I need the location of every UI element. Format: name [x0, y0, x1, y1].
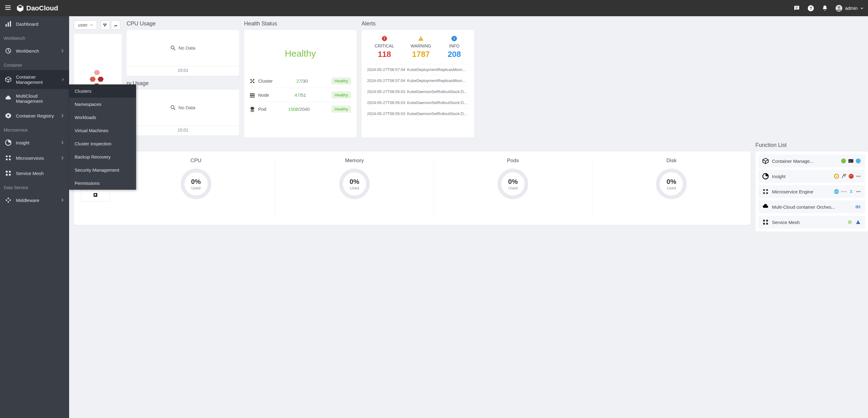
- function-title: Function List: [755, 142, 868, 148]
- brand-name: DaoCloud: [26, 4, 58, 12]
- more-icon[interactable]: •••: [856, 174, 861, 179]
- function-item-1[interactable]: Insight•••: [758, 170, 865, 183]
- registry-icon: [5, 112, 11, 119]
- flyout-item-virtual-machines[interactable]: Virtual Machines: [69, 124, 136, 137]
- health-card: Healthy Cluster27/30HealthyNode47/51Heal…: [244, 30, 356, 138]
- content: uster: [69, 16, 868, 418]
- middleware-icon: [5, 197, 11, 204]
- flyout-item-workloads[interactable]: Workloads: [69, 111, 136, 124]
- flyout-item-namespaces[interactable]: Namespaces: [69, 98, 136, 111]
- list-view-toggle[interactable]: [111, 21, 120, 30]
- cpu-card: No Data 15:01: [127, 30, 239, 76]
- sidebar-item-dashboard[interactable]: Dashboard: [0, 16, 69, 31]
- cpu-title: CPU Usage: [127, 21, 239, 27]
- cluster-select[interactable]: uster: [74, 21, 97, 30]
- resource-disk: Disk0%Used: [592, 157, 750, 219]
- svg-text:>_: >_: [849, 160, 852, 162]
- chevron-down-icon: [860, 6, 864, 10]
- gauge: 0%Used: [181, 169, 211, 199]
- svg-rect-79: [763, 220, 765, 221]
- hamburger-button[interactable]: [4, 4, 11, 12]
- chevron-right-icon: [61, 156, 64, 160]
- bell-icon[interactable]: [821, 5, 829, 12]
- svg-rect-23: [6, 174, 8, 176]
- microservices-icon: [5, 154, 11, 161]
- svg-point-8: [838, 6, 840, 8]
- function-section: Function List Container Manage...>_Insig…: [755, 142, 868, 232]
- function-item-4[interactable]: Service Mesh: [758, 216, 865, 229]
- health-badge: Healthy: [332, 106, 351, 113]
- svg-point-71: [763, 192, 765, 194]
- flyout-item-backup-recovery[interactable]: Backup Recovery: [69, 150, 136, 163]
- memory-title: ry Usage: [127, 80, 239, 87]
- search-icon: [170, 105, 176, 111]
- alert-list: 2024-05-27T06:57:04KubeDeploymentReplica…: [366, 64, 469, 119]
- chevron-right-icon: [61, 198, 64, 202]
- sidebar-item-container-management[interactable]: Container Management: [0, 70, 69, 89]
- resource-cpu: CPU0%Used: [117, 157, 275, 219]
- memory-section: ry Usage No Data 15:01: [127, 80, 239, 136]
- sidebar-item-insight[interactable]: Insight: [0, 135, 69, 150]
- user-menu[interactable]: admin: [835, 5, 864, 12]
- svg-rect-10: [8, 22, 9, 27]
- flyout-item-permissions[interactable]: Permissions: [69, 177, 136, 190]
- health-title: Health Status: [244, 21, 356, 27]
- chevron-right-icon: [61, 78, 64, 81]
- svg-line-35: [174, 49, 175, 50]
- sidebar: DashboardWorkbenchWorkbenchContainerCont…: [0, 16, 69, 418]
- bottom-row: rce Usage CPU0%UsedMemory0%UsedPods0%Use…: [74, 142, 868, 232]
- svg-rect-9: [5, 24, 7, 27]
- more-icon[interactable]: •••: [856, 189, 861, 194]
- insight-icon: [5, 139, 11, 146]
- info-icon: i: [451, 35, 457, 41]
- alert-item[interactable]: 2024-05-27T06:55:03KubeDaemonSetRolloutS…: [366, 108, 469, 119]
- cluster-mini-3[interactable]: [81, 188, 110, 202]
- alert-info[interactable]: iINFO208: [448, 35, 461, 59]
- help-icon[interactable]: ?: [807, 5, 814, 12]
- chat-icon[interactable]: [793, 5, 800, 12]
- function-item-2[interactable]: Microservice Engineenvoy•••: [758, 185, 865, 198]
- sidebar-item-label: Middleware: [16, 198, 39, 203]
- svg-rect-11: [10, 21, 11, 27]
- alert-warning[interactable]: !WARNING1787: [411, 35, 431, 59]
- sidebar-item-middleware[interactable]: Middleware: [0, 192, 69, 208]
- chevron-right-icon: [61, 49, 64, 53]
- alert-critical[interactable]: !CRITICAL118: [375, 35, 394, 59]
- sidebar-item-microservices[interactable]: Microservices: [0, 150, 69, 166]
- alert-item[interactable]: 2024-05-27T06:57:04KubeDeploymentReplica…: [366, 64, 469, 75]
- flyout-item-clusters[interactable]: Clusters: [69, 85, 136, 98]
- warning-icon: !: [418, 35, 424, 41]
- svg-point-67: [844, 174, 846, 176]
- resource-title: rce Usage: [74, 142, 750, 148]
- sidebar-item-workbench[interactable]: Workbench: [0, 43, 69, 58]
- sidebar-item-multicloud-management[interactable]: MultiCloud Management: [0, 89, 69, 108]
- svg-text:!: !: [384, 36, 385, 41]
- svg-point-34: [171, 46, 174, 49]
- container-icon: [762, 157, 769, 164]
- gauge: 0%Used: [656, 169, 687, 199]
- multicloud-icon: [5, 95, 11, 102]
- alert-item[interactable]: 2024-05-27T06:55:03KubeDaemonSetRolloutS…: [366, 86, 469, 97]
- workbench-icon: [5, 48, 11, 54]
- svg-rect-46: [250, 97, 255, 97]
- alert-item[interactable]: 2024-05-27T06:57:04KubeDeploymentReplica…: [366, 75, 469, 86]
- flyout-item-cluster-inspection[interactable]: Cluster Inspection: [69, 137, 136, 150]
- memory-nodata: No Data: [127, 90, 239, 125]
- svg-text:!: !: [420, 37, 422, 41]
- box-icon: [93, 193, 98, 197]
- svg-point-36: [171, 106, 174, 109]
- svg-rect-59: [94, 194, 96, 196]
- resource-memory: Memory0%Used: [275, 157, 433, 219]
- svg-line-14: [8, 51, 10, 52]
- svg-point-69: [763, 189, 765, 191]
- flyout-item-security-management[interactable]: Security Management: [69, 163, 136, 177]
- function-item-3[interactable]: Multi-Cloud container Orches...: [758, 201, 865, 213]
- sidebar-item-service-mesh[interactable]: Service Mesh: [0, 166, 69, 181]
- sidebar-item-container-registry[interactable]: Container Registry: [0, 108, 69, 123]
- logo[interactable]: DaoCloud: [16, 4, 58, 12]
- hex-view-toggle[interactable]: [101, 21, 110, 30]
- svg-point-25: [103, 24, 104, 25]
- health-row-node: Node47/51Healthy: [250, 88, 351, 102]
- function-item-0[interactable]: Container Manage...>_: [758, 154, 865, 168]
- alert-item[interactable]: 2024-05-27T06:55:03KubeDaemonSetRolloutS…: [366, 97, 469, 108]
